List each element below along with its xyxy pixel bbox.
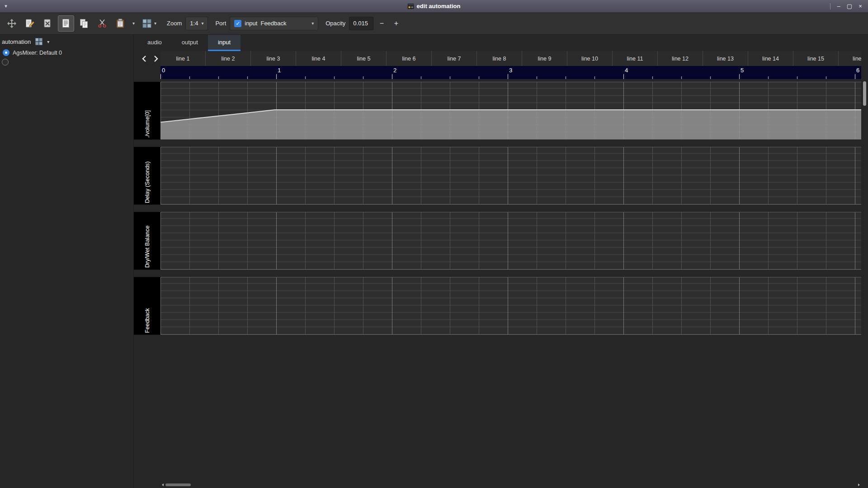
pencil-pad-icon [24, 18, 35, 29]
time-ruler: 0 1 2 3 4 5 6 [160, 66, 861, 79]
edit-tool-button[interactable] [22, 15, 38, 32]
position-tool-button[interactable] [4, 15, 20, 32]
line-headers: line 1 line 2 line 3 line 4 line 5 line … [160, 51, 861, 66]
clear-tool-button[interactable] [40, 15, 56, 32]
move-cross-icon [6, 18, 17, 29]
clear-cross-icon [42, 18, 53, 29]
line-header: line 1 [160, 51, 206, 66]
tab-audio[interactable]: audio [137, 35, 172, 51]
ruler-number: 5 [741, 67, 744, 74]
horizontal-scrollbar-thumb[interactable] [165, 483, 191, 486]
track-label-text: Feedback [144, 308, 151, 333]
vertical-scrollbar-thumb[interactable] [863, 81, 866, 106]
automation-grid-dry-wet[interactable] [160, 212, 861, 270]
line-header: line 11 [613, 51, 658, 66]
opacity-increment-button[interactable]: + [390, 17, 402, 30]
automation-heading: automation [2, 38, 31, 45]
titlebar: ▾ edit automation – ▢ × [0, 0, 868, 12]
vertical-scrollbar[interactable] [861, 66, 868, 482]
chevron-down-icon: ▾ [201, 21, 203, 26]
copy-pages-icon [79, 18, 90, 29]
chevron-left-icon [142, 55, 147, 62]
horizontal-scrollbar[interactable] [160, 482, 861, 488]
zoom-value: 1:4 [190, 20, 198, 27]
channel-tabs: audio output input [134, 35, 868, 51]
minimize-button[interactable]: – [834, 2, 844, 11]
automation-grid-volume[interactable] [160, 82, 861, 140]
scrollbar-right-arrow-icon[interactable] [857, 483, 861, 487]
line-header: line 2 [206, 51, 251, 66]
window-title: edit automation [417, 3, 461, 9]
toolbar: ▾ ▾ Zoom 1:4 ▾ Port ✓ input Feedback ▾ O… [0, 12, 868, 35]
maximize-button[interactable]: ▢ [844, 2, 854, 11]
line-header: line 16 [839, 51, 861, 66]
track-label: ./volume[0] [134, 82, 160, 140]
machine-tool-popup-button[interactable]: ▾ [139, 15, 160, 32]
automation-curve [160, 82, 861, 139]
machine-radio-row[interactable]: AgsMixer: Default 0 [0, 47, 133, 57]
window-menu-button[interactable]: ▾ [0, 0, 12, 12]
automation-grid-feedback[interactable] [160, 277, 861, 335]
port-select[interactable]: ✓ input Feedback ▾ [230, 17, 318, 30]
selection-document-icon [61, 18, 71, 29]
clipboard-icon [115, 18, 126, 29]
track-label: Delay (Seconds) [134, 147, 160, 205]
line-header: line 9 [522, 51, 567, 66]
automation-grid-delay[interactable] [160, 147, 861, 205]
titlebar-separator [830, 3, 830, 9]
automation-track-dry-wet: Dry/Wet Balance [134, 212, 861, 270]
port-label: Port [215, 20, 226, 27]
tab-output[interactable]: output [172, 35, 208, 51]
machine-selector-panel: automation ▾ AgsMixer: Default 0 [0, 35, 134, 488]
ruler-number: 0 [162, 67, 165, 74]
line-header: line 5 [341, 51, 387, 66]
port-toggle-label: input [245, 20, 257, 27]
machine-selector-menu-button[interactable]: ▾ [47, 39, 49, 44]
opacity-decrement-button[interactable]: − [375, 17, 388, 30]
line-header-row: line 1 line 2 line 3 line 4 line 5 line … [134, 51, 861, 66]
tool-menu-button[interactable]: ▾ [130, 21, 137, 26]
opacity-label: Opacity [326, 20, 345, 27]
automation-editor: audio output input line 1 line 2 line 3 … [134, 35, 868, 488]
track-label: Feedback [134, 277, 160, 335]
paste-button[interactable] [112, 15, 128, 32]
track-label: Dry/Wet Balance [134, 212, 160, 270]
machine-icon [35, 38, 43, 46]
zoom-select[interactable]: 1:4 ▾ [185, 17, 208, 30]
machine-radio[interactable] [2, 59, 9, 66]
window-controls: – ▢ × [830, 0, 868, 12]
app-icon [408, 4, 414, 9]
tab-input[interactable]: input [208, 35, 241, 51]
port-value: Feedback [260, 20, 286, 27]
select-tool-button[interactable] [58, 15, 74, 32]
automation-track-volume: ./volume[0] [134, 82, 861, 140]
line-header: line 10 [567, 51, 613, 66]
scrollbar-left-arrow-icon[interactable] [160, 483, 165, 487]
automation-track-delay: Delay (Seconds) [134, 147, 861, 205]
track-label-text: Delay (Seconds) [144, 161, 151, 203]
track-label-text: ./volume[0] [144, 110, 151, 138]
copy-button[interactable] [76, 15, 92, 32]
scroll-left-button[interactable] [138, 53, 150, 65]
chevron-down-icon: ▾ [154, 21, 156, 26]
machine-selector-header: automation ▾ [0, 35, 133, 47]
ruler-number: 1 [278, 67, 281, 74]
edit-automation-window: ▾ edit automation – ▢ × [0, 0, 868, 488]
machine-radio-label: AgsMixer: Default 0 [13, 50, 62, 56]
machine-radio[interactable] [3, 49, 9, 56]
ruler-number: 2 [393, 67, 396, 74]
ruler-number: 6 [856, 67, 859, 74]
line-header: line 8 [477, 51, 522, 66]
ruler-major-ticks [160, 74, 861, 79]
opacity-input[interactable] [349, 17, 373, 30]
window-menu-caret-icon: ▾ [5, 3, 7, 9]
machine-icon [142, 19, 152, 28]
line-header: line 14 [748, 51, 793, 66]
port-enabled-checkbox[interactable]: ✓ [234, 20, 241, 27]
close-button[interactable]: × [855, 2, 865, 11]
cut-button[interactable] [94, 15, 110, 32]
scissors-icon [97, 18, 108, 29]
machine-radio-row[interactable] [0, 57, 133, 66]
automation-track-feedback: Feedback [134, 277, 861, 335]
ruler-number: 3 [509, 67, 512, 74]
